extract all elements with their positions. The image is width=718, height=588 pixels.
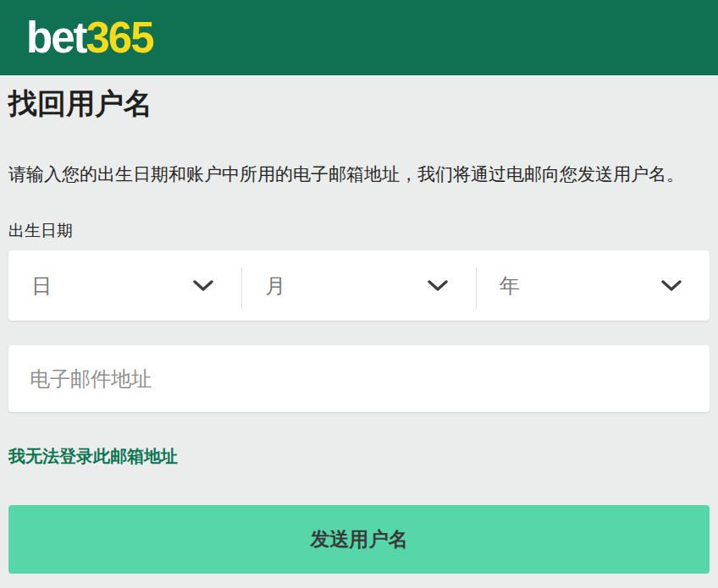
month-select[interactable]: 月 [241,250,475,321]
logo-text-bet: bet [26,14,86,62]
header-bar: bet365 [0,0,718,75]
send-username-button[interactable]: 发送用户名 [8,505,710,574]
main-content: 找回用户名 请输入您的出生日期和账户中所用的电子邮箱地址，我们将通过电邮向您发送… [0,88,718,574]
month-select-placeholder: 月 [265,272,285,299]
dob-select-row: 日 月 年 [8,250,710,321]
chevron-down-icon [661,280,682,292]
logo-text-365: 365 [86,14,153,62]
email-address-input[interactable] [8,345,710,412]
day-select-placeholder: 日 [31,272,52,299]
cannot-access-email-link[interactable]: 我无法登录此邮箱地址 [8,446,178,466]
year-select-placeholder: 年 [500,272,520,299]
bet365-logo[interactable]: bet365 [26,16,153,59]
chevron-down-icon [428,280,448,292]
chevron-down-icon [193,280,213,292]
dob-label: 出生日期 [8,221,710,240]
page-title: 找回用户名 [8,88,710,118]
day-select[interactable]: 日 [8,250,241,321]
instruction-text: 请输入您的出生日期和账户中所用的电子邮箱地址，我们将通过电邮向您发送用户名。 [8,162,710,186]
year-select[interactable]: 年 [476,250,710,321]
